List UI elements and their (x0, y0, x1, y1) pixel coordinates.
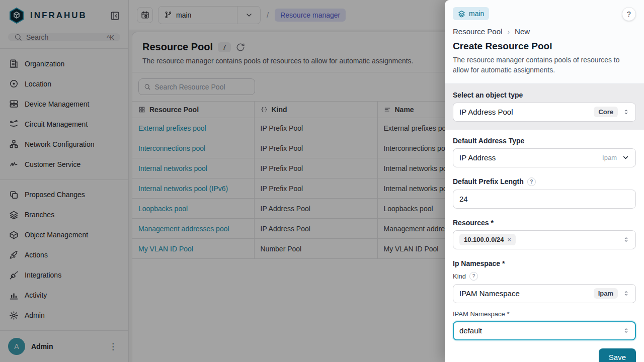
resource-chip: 10.100.0.0/24 × (459, 234, 516, 245)
chevrons-up-down-icon (623, 327, 629, 334)
help-tooltip-icon[interactable]: ? (469, 272, 478, 281)
kind-value: IPAM Namespace (459, 289, 520, 298)
field-label: Resources * (453, 219, 636, 227)
create-resource-pool-drawer: main ? Resource Pool › New Create Resour… (445, 0, 644, 362)
core-badge: Core (594, 107, 618, 117)
default-prefix-length-input[interactable]: 24 (453, 190, 636, 209)
drawer-description: The resource manager contains pools of r… (453, 55, 636, 75)
layers-icon (458, 10, 465, 18)
field-default-prefix-length: Default Prefix Length ? 24 (453, 177, 636, 209)
save-row: Save (453, 348, 636, 362)
field-label: Default Prefix Length (453, 177, 524, 186)
resources-multiselect[interactable]: 10.100.0.0/24 × (453, 230, 636, 249)
help-button[interactable]: ? (622, 7, 636, 21)
chevrons-up-down-icon (623, 109, 629, 115)
field-resources: Resources * 10.100.0.0/24 × (453, 219, 636, 249)
default-address-type-select[interactable]: IP Address Ipam (453, 148, 636, 167)
branch-badge-label: main (469, 10, 484, 18)
drawer-title: Create Resource Pool (453, 41, 636, 52)
chevron-right-icon: › (507, 28, 510, 36)
object-type-value: IP Address Pool (459, 108, 513, 116)
object-type-label: Select an object type (453, 91, 636, 99)
branch-badge: main (453, 7, 489, 20)
ip-namespace-label: Ip Namespace * (453, 259, 636, 267)
object-type-select[interactable]: IP Address Pool Core (453, 103, 636, 122)
breadcrumb-current: New (515, 27, 530, 36)
resource-chip-value: 10.100.0.0/24 (464, 236, 504, 243)
field-label: Default Address Type (453, 137, 636, 145)
ipam-namespace-label: IPAM Namespace * (453, 310, 509, 318)
default-address-type-value: IP Address (459, 153, 496, 162)
ipam-namespace-value: default (459, 326, 482, 335)
object-type-section: Select an object type IP Address Pool Co… (445, 84, 644, 130)
chevrons-up-down-icon (623, 290, 629, 297)
chevrons-up-down-icon (623, 236, 629, 243)
breadcrumb-parent[interactable]: Resource Pool (453, 27, 502, 36)
default-prefix-length-value: 24 (459, 195, 468, 203)
save-button[interactable]: Save (599, 348, 636, 362)
chip-remove-icon[interactable]: × (508, 236, 512, 243)
help-tooltip-icon[interactable]: ? (527, 177, 536, 186)
chevron-down-icon (622, 154, 629, 161)
ipam-badge: Ipam (594, 288, 618, 299)
drawer-form: Default Address Type IP Address Ipam Def… (445, 130, 644, 362)
kind-hint: Ipam (602, 154, 617, 161)
drawer-breadcrumb: Resource Pool › New (453, 27, 636, 36)
field-ip-namespace: Ip Namespace * Kind ? IPAM Namespace Ipa… (453, 259, 636, 340)
ipam-namespace-select[interactable]: default (453, 321, 636, 340)
kind-select[interactable]: IPAM Namespace Ipam (453, 284, 636, 303)
kind-label: Kind (453, 273, 466, 280)
drawer-header: main ? Resource Pool › New Create Resour… (445, 0, 644, 84)
field-default-address-type: Default Address Type IP Address Ipam (453, 137, 636, 167)
